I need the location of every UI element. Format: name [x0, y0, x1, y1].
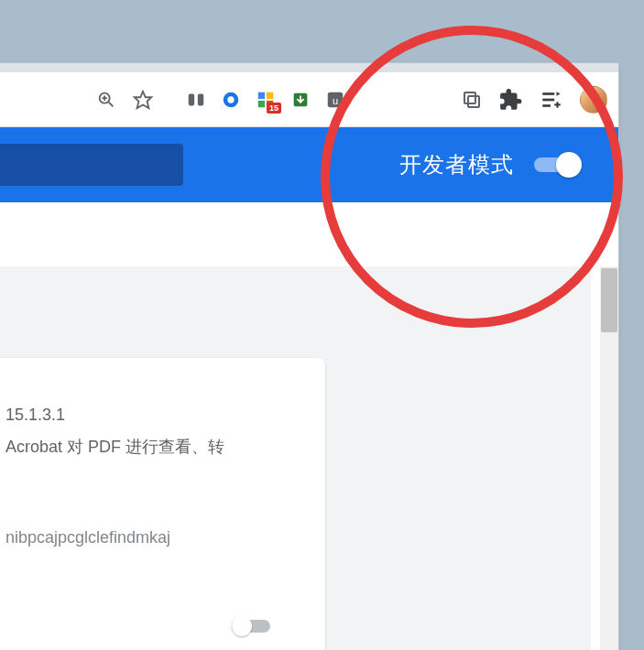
- svg-point-8: [227, 96, 234, 103]
- star-icon[interactable]: [133, 90, 153, 110]
- copy-icon[interactable]: [461, 89, 483, 111]
- developer-mode-toggle[interactable]: [534, 152, 582, 178]
- toolbar-left-group: 15 u: [96, 90, 345, 110]
- extension-description: Acrobat 对 PDF 进行查看、转: [5, 434, 309, 460]
- toggle-thumb: [556, 152, 582, 178]
- svg-rect-9: [258, 92, 265, 98]
- svg-marker-21: [556, 92, 560, 95]
- svg-rect-11: [258, 100, 265, 106]
- tab-strip: [0, 63, 618, 72]
- toggle-thumb: [232, 616, 252, 636]
- profile-avatar[interactable]: [580, 86, 607, 114]
- extension-icon-3[interactable]: 15: [256, 90, 276, 110]
- extension-icon-2[interactable]: [221, 90, 241, 110]
- extension-badge: 15: [267, 103, 281, 114]
- svg-rect-5: [189, 93, 194, 105]
- svg-rect-16: [468, 96, 479, 107]
- svg-line-1: [109, 102, 114, 106]
- search-chip: [0, 144, 183, 186]
- svg-marker-4: [135, 91, 151, 107]
- browser-toolbar: 15 u: [0, 72, 618, 127]
- zoom-in-icon[interactable]: [96, 90, 116, 110]
- extension-icon-5[interactable]: u: [325, 90, 345, 110]
- reading-list-icon[interactable]: [540, 88, 563, 112]
- extensions-content: 15.1.3.1 Acrobat 对 PDF 进行查看、转 nibpcajpcg…: [0, 266, 591, 650]
- extension-version: 15.1.3.1: [5, 402, 309, 428]
- extensions-header-bar: 开发者模式: [0, 127, 618, 202]
- extension-icon-1[interactable]: [186, 90, 206, 110]
- svg-rect-17: [464, 92, 475, 103]
- svg-rect-10: [267, 92, 273, 98]
- developer-mode-label: 开发者模式: [399, 150, 514, 179]
- extension-icons-group: 15 u: [186, 90, 345, 110]
- extension-icon-4[interactable]: [290, 90, 311, 110]
- scrollbar-thumb[interactable]: [601, 268, 617, 332]
- svg-text:u: u: [333, 94, 338, 105]
- extension-enable-toggle[interactable]: [232, 616, 270, 636]
- extension-id: nibpcajpcglclefindmkaj: [5, 525, 309, 551]
- browser-window: 15 u 开发者模式: [0, 62, 619, 650]
- extension-card: 15.1.3.1 Acrobat 对 PDF 进行查看、转 nibpcajpcg…: [0, 358, 325, 650]
- svg-rect-6: [198, 93, 203, 105]
- extensions-puzzle-icon[interactable]: [499, 88, 523, 112]
